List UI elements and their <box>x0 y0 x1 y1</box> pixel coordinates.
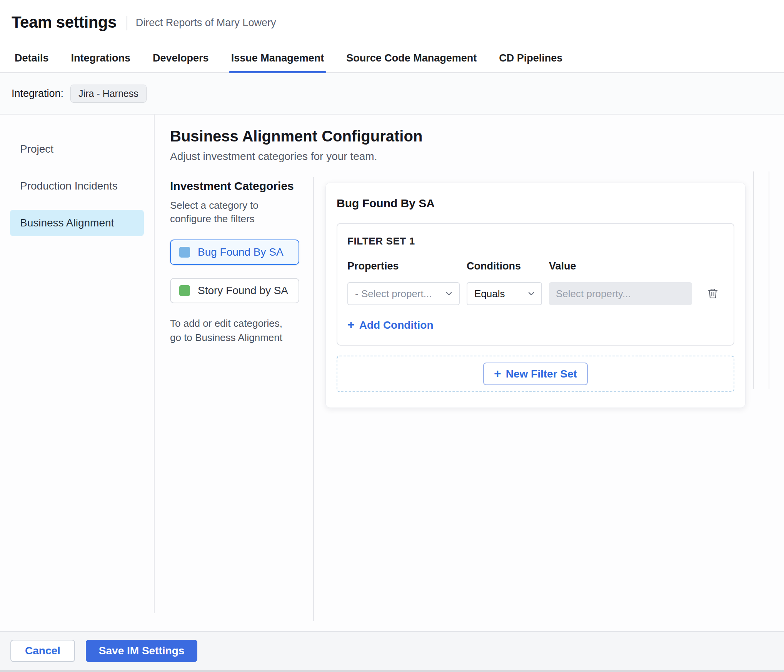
integration-row: Integration: Jira - Harness <box>0 73 784 115</box>
sidebar-item-business-alignment[interactable]: Business Alignment <box>10 210 144 236</box>
category-color-swatch-blue <box>179 247 190 258</box>
settings-sidebar: Project Production Incidents Business Al… <box>0 115 155 613</box>
tab-bar: Details Integrations Developers Issue Ma… <box>0 44 784 73</box>
page-subtitle: Direct Reports of Mary Lowery <box>136 15 276 29</box>
integration-chip[interactable]: Jira - Harness <box>70 85 147 103</box>
new-filter-set-zone: + New Filter Set <box>337 356 734 392</box>
tab-integrations[interactable]: Integrations <box>71 44 131 72</box>
category-story-found-by-sa[interactable]: Story Found by SA <box>170 278 299 303</box>
new-filter-set-button[interactable]: + New Filter Set <box>483 363 588 385</box>
value-input[interactable] <box>549 282 692 305</box>
main-section: Business Alignment Configuration Adjust … <box>155 115 784 631</box>
categories-footnote: To add or edit categories, go to Busines… <box>170 316 293 344</box>
scrollbar-track[interactable] <box>753 171 769 389</box>
delete-condition-button[interactable] <box>704 284 721 303</box>
page-header: Team settings Direct Reports of Mary Low… <box>0 0 784 44</box>
content-area: Project Production Incidents Business Al… <box>0 115 784 631</box>
category-label: Story Found by SA <box>198 284 288 297</box>
column-header-conditions: Conditions <box>467 260 542 272</box>
column-header-value: Value <box>549 260 692 272</box>
tab-issue-management[interactable]: Issue Management <box>231 44 324 72</box>
add-condition-button[interactable]: + Add Condition <box>347 318 434 332</box>
category-bug-found-by-sa[interactable]: Bug Found By SA <box>170 240 299 265</box>
tab-developers[interactable]: Developers <box>153 44 209 72</box>
sidebar-item-production-incidents[interactable]: Production Incidents <box>10 173 144 199</box>
integration-label: Integration: <box>12 88 63 100</box>
sidebar-item-project[interactable]: Project <box>10 136 144 162</box>
categories-title: Investment Categories <box>170 180 313 193</box>
condition-select-value: Equals <box>474 288 505 300</box>
footer-bar: Cancel Save IM Settings <box>0 631 784 670</box>
panel-title: Bug Found By SA <box>337 197 734 210</box>
property-select-value: - Select propert... <box>355 288 432 300</box>
save-im-settings-button[interactable]: Save IM Settings <box>86 640 198 662</box>
category-color-swatch-green <box>179 285 190 296</box>
chevron-down-icon <box>444 289 454 298</box>
section-title: Business Alignment Configuration <box>170 128 784 145</box>
cancel-button[interactable]: Cancel <box>10 640 75 662</box>
property-select[interactable]: - Select propert... <box>347 282 460 305</box>
column-header-properties: Properties <box>347 260 460 272</box>
add-condition-label: Add Condition <box>359 319 434 331</box>
chevron-down-icon <box>527 289 536 298</box>
new-filter-set-label: New Filter Set <box>506 368 577 380</box>
window-edge <box>0 670 784 672</box>
tab-cd-pipelines[interactable]: CD Pipelines <box>499 44 562 72</box>
category-label: Bug Found By SA <box>198 246 284 258</box>
categories-helper-text: Select a category to configure the filte… <box>170 199 297 226</box>
plus-icon: + <box>347 318 355 332</box>
page-title: Team settings <box>12 13 117 32</box>
filter-set-card: FILTER SET 1 Properties Conditions Value… <box>337 223 734 346</box>
filter-set-title: FILTER SET 1 <box>347 235 724 247</box>
trash-icon <box>707 287 719 300</box>
tab-source-code-management[interactable]: Source Code Management <box>346 44 477 72</box>
condition-select[interactable]: Equals <box>467 282 542 305</box>
investment-categories-column: Investment Categories Select a category … <box>170 177 313 621</box>
category-config-panel: Bug Found By SA FILTER SET 1 Properties … <box>325 183 746 408</box>
config-panel-column: Bug Found By SA FILTER SET 1 Properties … <box>314 177 784 621</box>
header-divider <box>127 16 127 30</box>
plus-icon: + <box>494 367 501 381</box>
section-subtitle: Adjust investment categories for your te… <box>170 150 784 163</box>
tab-details[interactable]: Details <box>15 44 49 72</box>
